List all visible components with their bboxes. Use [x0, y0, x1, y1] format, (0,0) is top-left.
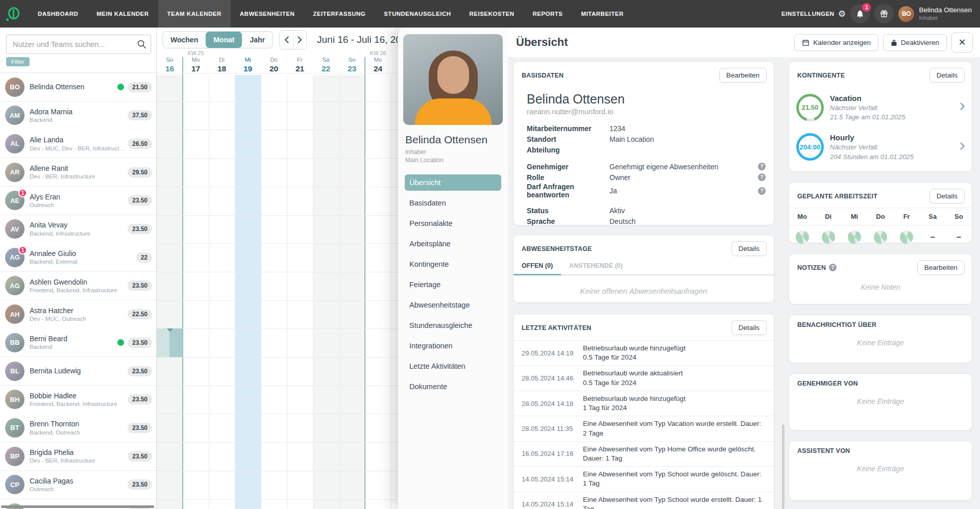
tab-anstehende[interactable]: ANSTEHENDE (0) — [561, 258, 631, 275]
user-row[interactable]: CPCacilia PagasOutreach23.50 — [0, 471, 156, 499]
profile-menu-item-kontingente[interactable]: Kontingente — [405, 256, 501, 272]
hours-badge: 22 — [136, 252, 152, 263]
selected-absence-cell[interactable] — [157, 328, 183, 357]
user-row[interactable]: ARAllene RanitDev - BER, Infrastructure2… — [0, 158, 156, 187]
user-avatar[interactable]: BO — [898, 6, 914, 22]
profile-menu-item--bersicht[interactable]: Übersicht — [405, 174, 501, 191]
help-icon[interactable]: ? — [758, 163, 766, 170]
nav-item-abwesenheiten[interactable]: ABWESENHEITEN — [231, 0, 304, 28]
user-row[interactable]: BTBrenn ThorntonBackend, Outreach23.50 — [0, 414, 156, 442]
user-text: Bobbie HadleeFrontend, Backend, Infrastr… — [30, 391, 128, 408]
help-icon[interactable]: ? — [758, 173, 766, 181]
filter-chip[interactable]: Filter — [6, 57, 30, 66]
workday-pie-icon — [874, 231, 887, 244]
nav-item-team-kalender[interactable]: TEAM KALENDER — [158, 0, 231, 28]
day-header-di-18[interactable]: Di18 — [209, 50, 235, 75]
profile-menu-item-stundenausgleiche[interactable]: Stundenausgleiche — [405, 317, 501, 334]
chevron-right-icon[interactable] — [960, 142, 965, 152]
profile-role: Inhaber — [405, 148, 503, 156]
gift-button[interactable] — [874, 4, 894, 23]
field-label: Mitarbeiternummer — [527, 124, 609, 133]
quotas-details-button[interactable]: Details — [929, 68, 965, 83]
nav-item-dashboard[interactable]: DASHBOARD — [29, 0, 87, 28]
profile-menu-item-integrationen[interactable]: Integrationen — [405, 338, 501, 354]
avatar: BL — [5, 362, 24, 381]
user-row[interactable]: BBBerni BeardBackend23.50 — [0, 328, 156, 357]
user-row[interactable]: BHBobbie HadleeFrontend, Backend, Infras… — [0, 386, 156, 414]
day-header-mi-19[interactable]: Mi19 — [235, 50, 261, 75]
field-value: Deutsch — [609, 217, 766, 225]
deactivate-button[interactable]: Deaktivieren — [883, 34, 947, 51]
nav-item-reports[interactable]: REPORTS — [523, 0, 572, 28]
next-button[interactable] — [293, 31, 306, 49]
day-header-do-20[interactable]: Do20 — [261, 50, 287, 75]
quota-item-hourly[interactable]: 204:00HourlyNächster Verfall:204 Stunden… — [789, 127, 972, 166]
day-header-so-16[interactable]: So16 — [157, 50, 183, 75]
user-row[interactable]: BLBernita Ludewig23.50 — [0, 357, 156, 386]
vertical-scrollbar[interactable] — [782, 424, 785, 509]
profile-menu-item-arbeitspl-ne[interactable]: Arbeitspläne — [405, 236, 501, 252]
nav-item-mein-kalender[interactable]: MEIN KALENDER — [87, 0, 158, 28]
chevron-right-icon[interactable] — [960, 103, 965, 112]
absences-details-button[interactable]: Details — [731, 241, 767, 256]
tab-offen[interactable]: OFFEN (0) — [513, 258, 561, 275]
app-logo-icon[interactable] — [6, 6, 21, 21]
user-row[interactable]: ALAlie LandaDev - MUC, Dev - BER, Infras… — [0, 130, 156, 158]
help-icon[interactable]: ? — [829, 264, 837, 271]
show-calendar-button[interactable]: Kalender anzeigen — [794, 34, 878, 51]
profile-menu-item-dokumente[interactable]: Dokumente — [405, 378, 501, 395]
close-button[interactable]: ✕ — [951, 32, 973, 53]
user-teams: Dev - BER, Infrastructure — [30, 457, 128, 465]
search-icon[interactable] — [137, 39, 146, 51]
grid-column-line — [287, 75, 287, 509]
prev-button[interactable] — [280, 31, 293, 49]
search-input[interactable] — [6, 35, 151, 54]
day-header-sa-22[interactable]: Sa22 — [313, 50, 339, 75]
day-header-mo-24[interactable]: KW 26Mo24 — [365, 50, 391, 75]
close-icon: ✕ — [958, 37, 966, 48]
worktime-title: GEPLANTE ARBEITSZEIT — [797, 193, 877, 200]
nav-item-stundenausgleich[interactable]: STUNDENAUSGLEICH — [375, 0, 460, 28]
user-row[interactable]: BPBrigida PheliaDev - BER, Infrastructur… — [0, 442, 156, 471]
basisdaten-edit-button[interactable]: Bearbeiten — [719, 68, 767, 83]
user-name: Astra Hatcher — [30, 306, 128, 315]
nav-item-zeiterfassung[interactable]: ZEITERFASSUNG — [304, 0, 375, 28]
user-row[interactable]: AG1Annalee GiulioBackend, External22 — [0, 243, 156, 272]
user-info[interactable]: Belinda Ottensen Inhaber — [919, 6, 972, 22]
worktime-icon-cell: – — [920, 225, 946, 250]
help-icon[interactable]: ? — [758, 187, 766, 195]
user-row[interactable]: AVAnita VevayBackend, Infrastructure23.5… — [0, 215, 156, 244]
settings-button[interactable]: EINSTELLUNGEN ⚙ — [781, 10, 846, 18]
nav-item-reisekosten[interactable]: REISEKOSTEN — [460, 0, 524, 28]
profile-menu-item-abwesenheitstage[interactable]: Abwesenheitstage — [405, 297, 501, 313]
notifications-button[interactable]: 1 — [850, 4, 870, 23]
user-text: Adora MarniaBackend — [30, 107, 128, 124]
day-header-so-23[interactable]: So23 — [339, 50, 365, 75]
worktime-details-button[interactable]: Details — [929, 189, 965, 203]
view-monat-button[interactable]: Monat — [206, 32, 242, 48]
profile-menu-item-feiertage[interactable]: Feiertage — [405, 276, 501, 293]
activities-details-button[interactable]: Details — [731, 320, 767, 335]
view-jahr-button[interactable]: Jahr — [242, 32, 273, 48]
user-row[interactable]: AE1Alys EranOutreach23.50 — [0, 187, 156, 215]
view-wochen-button[interactable]: Wochen — [163, 32, 206, 48]
user-row[interactable]: BOBelinda Ottensen21.50 — [0, 73, 156, 101]
info-card-title: BENACHRICHTIGT ÜBER — [797, 321, 876, 328]
user-row[interactable]: AMAdora MarniaBackend37.50 — [0, 101, 156, 130]
user-row[interactable]: AHAstra HatcherDev - MUC, Outreach22.50 — [0, 300, 156, 329]
day-header-mo-17[interactable]: KW 25Mo17 — [183, 50, 209, 75]
workday-pie-icon — [900, 231, 913, 244]
user-role: Inhaber — [919, 15, 972, 22]
nav-item-mitarbeiter[interactable]: MITARBEITER — [572, 0, 633, 28]
profile-menu-item-basisdaten[interactable]: Basisdaten — [405, 195, 501, 211]
quota-item-vacation[interactable]: 21.50VacationNächster Verfall:21.5 Tage … — [789, 88, 972, 127]
profile-menu-item-personalakte[interactable]: Personalakte — [405, 215, 501, 232]
worktime-icon-cell — [815, 225, 841, 250]
activities-card: LETZTE AKTIVITÄTEN Details 29.05.2024 14… — [513, 314, 774, 509]
horizontal-scrollbar[interactable] — [1, 505, 154, 508]
user-row[interactable]: AGAshlen GwendolinFrontend, Backend, Inf… — [0, 272, 156, 300]
notes-edit-button[interactable]: Bearbeiten — [917, 260, 965, 275]
day-number: 17 — [183, 64, 209, 73]
profile-menu-item-letzte-aktivit-ten[interactable]: Letzte Aktivitäten — [405, 358, 501, 374]
day-header-fr-21[interactable]: Fr21 — [287, 50, 313, 75]
